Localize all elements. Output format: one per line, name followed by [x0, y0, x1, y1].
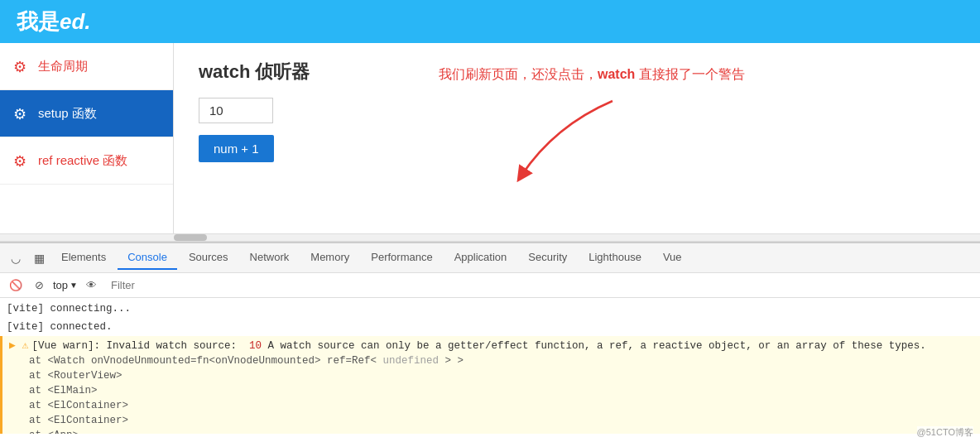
warn-stack-2: at <RouterView> [9, 368, 973, 383]
sidebar-item-ref-reactive[interactable]: ⚙ ref reactive 函数 [0, 137, 173, 185]
annotation-text: 我们刷新页面，还没点击，watch 直接报了一个警告 [439, 66, 745, 84]
tab-console[interactable]: Console [118, 246, 177, 270]
warning-triangle-icon: ▶ ⚠ [9, 339, 28, 352]
annotation-watch-keyword: watch [598, 67, 635, 81]
header-title-text: 我是 [17, 9, 60, 34]
warn-stack-5: at <ElContainer> [9, 413, 973, 428]
console-warning-block: ▶ ⚠ [Vue warn]: Invalid watch source: 10… [0, 336, 980, 434]
warn-value: 10 [249, 340, 262, 352]
devtools-tabs-bar: ◡ ▦ Elements Console Sources Network Mem… [0, 243, 980, 273]
console-line-connected: [vite] connected. [0, 318, 980, 336]
devtools-console: [vite] connecting... [vite] connected. ▶… [0, 298, 980, 434]
tab-sources[interactable]: Sources [179, 246, 238, 270]
tab-performance[interactable]: Performance [361, 246, 442, 270]
console-line-text: [vite] connecting... [7, 301, 131, 316]
sidebar-item-setup[interactable]: ⚙ setup 函数 [0, 90, 173, 137]
tab-vue[interactable]: Vue [653, 246, 692, 270]
filter-input[interactable] [106, 277, 973, 293]
tab-lighthouse[interactable]: Lighthouse [579, 246, 651, 270]
sidebar-item-lifecycle-label: 生命周期 [38, 59, 88, 74]
warn-stack-3: at <ElMain> [9, 383, 973, 398]
num-display: 10 [199, 98, 273, 123]
sidebar-item-ref-label: ref reactive 函数 [38, 153, 127, 169]
tab-elements[interactable]: Elements [51, 246, 116, 270]
gear-icon: ⚙ [13, 58, 30, 74]
gear-icon-3: ⚙ [13, 152, 30, 169]
devtools-toolbar: 🚫 ⊘ top ▼ 👁 [0, 273, 980, 298]
eye-icon-button[interactable]: 👁 [83, 276, 101, 295]
console-line-connecting: [vite] connecting... [0, 300, 980, 318]
console-line-text-2: [vite] connected. [7, 319, 113, 334]
sidebar: ⚙ 生命周期 ⚙ setup 函数 ⚙ ref reactive 函数 [0, 43, 174, 233]
content-pane: watch 侦听器 10 num + 1 我们刷新页面，还没点击，watch 直… [174, 43, 980, 233]
annotation-part2: 直接报了一个警告 [635, 67, 744, 81]
arrow-annotation [488, 93, 654, 195]
level-dropdown[interactable]: top ▼ [53, 279, 78, 291]
arrow-svg [488, 93, 654, 192]
scroll-thumb [174, 234, 207, 241]
tab-security[interactable]: Security [518, 246, 577, 270]
tab-application[interactable]: Application [444, 246, 517, 270]
level-dropdown-label: top [53, 279, 68, 291]
header-title-italic: ed. [60, 9, 91, 34]
warn-stack-4: at <ElContainer> [9, 398, 973, 413]
header-title: 我是ed. [17, 7, 91, 36]
warn-stack-1: at <Watch onVnodeUnmounted=fn<onVnodeUnm… [9, 353, 973, 368]
horizontal-scrollbar[interactable] [0, 233, 980, 242]
annotation-part1: 我们刷新页面，还没点击， [439, 67, 598, 81]
warn-stack-6: at <App> [9, 428, 973, 434]
devtools-panel: ◡ ▦ Elements Console Sources Network Mem… [0, 242, 980, 434]
sidebar-item-lifecycle[interactable]: ⚙ 生命周期 [0, 43, 173, 90]
gear-icon-2: ⚙ [13, 105, 30, 122]
inspect-element-button[interactable]: ◡ [5, 247, 26, 269]
warn-main-line: ▶ ⚠ [Vue warn]: Invalid watch source: 10… [9, 339, 973, 353]
num-plus-button[interactable]: num + 1 [199, 135, 274, 162]
tab-memory[interactable]: Memory [300, 246, 359, 270]
undefined-val: undefined [383, 355, 440, 367]
header: 我是ed. [0, 0, 980, 43]
tab-network[interactable]: Network [240, 246, 300, 270]
sidebar-item-setup-label: setup 函数 [38, 106, 97, 122]
warn-text: [Vue warn]: Invalid watch source: 10 A w… [31, 339, 925, 353]
main-area: ⚙ 生命周期 ⚙ setup 函数 ⚙ ref reactive 函数 watc… [0, 43, 980, 233]
watermark: @51CTO博客 [917, 426, 973, 439]
chevron-down-icon: ▼ [70, 281, 78, 290]
device-toolbar-button[interactable]: ▦ [28, 247, 50, 269]
filter-toggle-button[interactable]: ⊘ [30, 276, 48, 295]
clear-console-button[interactable]: 🚫 [7, 276, 25, 295]
